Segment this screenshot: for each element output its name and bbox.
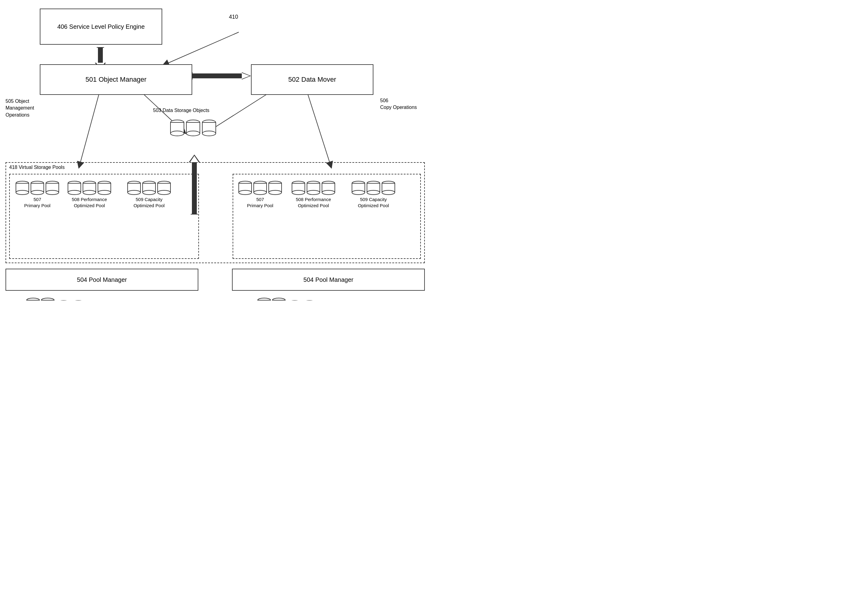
svg-point-50 — [128, 190, 140, 195]
svg-point-41 — [68, 190, 81, 195]
label-503: 503 Data Storage Objects — [153, 108, 209, 113]
svg-point-80 — [367, 190, 380, 195]
label-506: 506Copy Operations — [380, 97, 417, 111]
data-mover-box: 502 Data Mover — [251, 64, 374, 95]
svg-line-14 — [306, 89, 331, 165]
svg-point-47 — [98, 190, 111, 195]
svg-line-12 — [165, 32, 239, 64]
svg-point-74 — [322, 190, 335, 195]
svg-point-56 — [158, 190, 171, 195]
svg-point-65 — [269, 190, 282, 195]
svg-point-26 — [186, 131, 200, 136]
policy-engine-box: 406 Service Level Policy Engine — [40, 9, 162, 45]
svg-point-32 — [16, 190, 29, 195]
svg-point-71 — [307, 190, 320, 195]
svg-point-29 — [202, 131, 216, 136]
svg-point-59 — [239, 190, 252, 195]
svg-point-77 — [352, 190, 365, 195]
label-410: 410 — [229, 14, 238, 20]
svg-marker-20 — [190, 156, 198, 162]
object-manager-label: 501 Object Manager — [85, 76, 146, 84]
svg-line-16 — [208, 89, 275, 131]
svg-point-23 — [171, 131, 184, 136]
diagram: 406 Service Level Policy Engine 410 501 … — [0, 0, 434, 300]
svg-rect-85 — [27, 300, 40, 300]
svg-point-62 — [254, 190, 267, 195]
data-mover-label: 502 Data Mover — [288, 76, 336, 84]
svg-line-13 — [79, 89, 101, 165]
label-505: 505 ObjectManagementOperations — [6, 98, 34, 118]
svg-point-38 — [46, 190, 59, 195]
svg-point-35 — [31, 190, 44, 195]
vsr-left: 510 Virtual Storage Resources — [24, 297, 87, 300]
pool-manager-right-label: 504 Pool Manager — [303, 276, 353, 283]
svg-point-44 — [83, 190, 96, 195]
svg-rect-97 — [258, 300, 270, 300]
pool-manager-left-box: 504 Pool Manager — [6, 268, 198, 291]
policy-engine-label: 406 Service Level Policy Engine — [57, 23, 145, 30]
object-manager-box: 501 Object Manager — [40, 64, 192, 95]
svg-rect-88 — [41, 300, 54, 300]
pool-manager-right-box: 504 Pool Manager — [232, 268, 425, 291]
svg-marker-10 — [242, 72, 251, 79]
pool-509-left: 509 CapacityOptimized Pool — [127, 180, 171, 208]
pool-508-left: 508 PerformanceOptimized Pool — [67, 180, 111, 208]
pool-509-right: 509 CapacityOptimized Pool — [351, 180, 395, 208]
pool-507-right: 507Primary Pool — [238, 180, 282, 208]
pool-manager-left-label: 504 Pool Manager — [77, 276, 127, 283]
svg-marker-11 — [242, 73, 250, 79]
db-503 — [170, 119, 217, 137]
svg-point-68 — [292, 190, 305, 195]
svg-point-53 — [143, 190, 156, 195]
vsr-right: 510 Virtual Storage Resources — [256, 297, 318, 300]
svg-marker-19 — [189, 154, 200, 162]
label-418: 418 Virtual Storage Pools — [9, 165, 64, 170]
pool-507-left: 507Primary Pool — [15, 180, 59, 208]
pool-508-right: 508 PerformanceOptimized Pool — [291, 180, 336, 208]
svg-rect-100 — [272, 300, 285, 300]
svg-point-83 — [382, 190, 395, 195]
